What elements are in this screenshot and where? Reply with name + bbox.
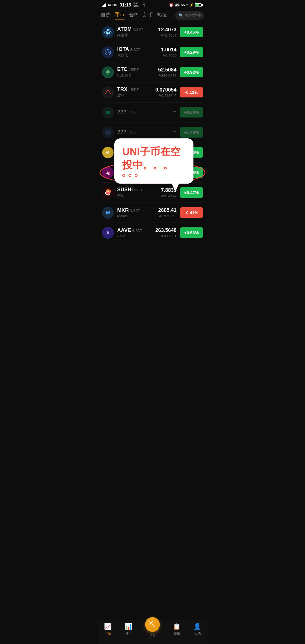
coin-info-aave: AAVE /USDT Aave [117, 227, 152, 238]
svg-point-5 [107, 49, 108, 51]
coin-cn-etc: 以太经典 [117, 73, 155, 78]
time-display: 01:15 [119, 3, 131, 8]
change-badge-hidden2: +1.40% [180, 127, 203, 138]
coin-price-mkr: 2665.41 ¥17058.62 [158, 207, 177, 218]
search-placeholder: 搜索币种 [185, 13, 201, 18]
tab-bimarket[interactable]: 币市 [115, 11, 125, 19]
coin-price-hidden1: ··· [172, 109, 177, 116]
svg-text:Ð: Ð [106, 150, 110, 155]
signal-bars [102, 3, 106, 7]
coin-cn-atom: 阿童木 [117, 33, 155, 38]
bottom-nav-market[interactable]: 📈 行情 [104, 623, 112, 638]
coin-symbol-mkr: MKR [117, 207, 129, 213]
change-badge-hidden1: +0.63% [180, 107, 203, 118]
svg-line-9 [108, 51, 110, 53]
coin-row-trx[interactable]: TRX /USDT 波场 0.070054 ¥0.448346 -0.12% [102, 82, 203, 103]
coin-info-iota: IOTA /USDT 埃欧塔 [117, 46, 158, 58]
coin-price-aave: 263.5648 ¥1686.81 [155, 227, 177, 238]
coin-icon-iota [102, 46, 114, 58]
coin-cn-aave: Aave [117, 234, 152, 238]
coin-symbol-hidden1: ??? [117, 109, 127, 115]
battery-percent: 65% [181, 3, 188, 7]
svg-line-8 [106, 51, 108, 53]
coin-symbol-aave: AAVE [117, 227, 131, 233]
tab-zixuan[interactable]: 自选 [101, 12, 110, 19]
svg-point-18 [105, 130, 111, 135]
market-label: 行情 [104, 631, 111, 636]
coin-pair-trx: /USDT [128, 88, 139, 92]
coin-cn-iota: 埃欧塔 [117, 53, 158, 58]
change-badge-etc: +0.92% [180, 67, 203, 77]
network-badge: 4G [175, 3, 180, 7]
tab-contract[interactable]: 合约 [129, 12, 139, 19]
change-badge-trx: -0.12% [180, 87, 203, 97]
me-label: 我的 [194, 631, 201, 636]
coin-icon-hidden1 [102, 106, 114, 118]
coin-row-hidden1[interactable]: ??? /USDT ··· +0.63% [102, 103, 203, 123]
coin-symbol-iota: IOTA [117, 46, 129, 52]
coin-cn-trx: 波场 [117, 93, 152, 98]
mining-label: 挖矿 [149, 634, 156, 638]
svg-point-3 [107, 31, 109, 33]
market-icon: 📈 [104, 623, 112, 630]
coin-row-sushi[interactable]: 🍣 SUSHI /USDT 寿司 7.8835 ¥50.4544 +0.47% [102, 183, 203, 203]
rank-label: 排行 [125, 631, 132, 636]
coin-icon-hidden2 [102, 127, 114, 138]
svg-point-6 [105, 53, 106, 54]
alarm-icon: ⏰ [169, 3, 173, 7]
coin-info-sushi: SUSHI /USDT 寿司 [117, 187, 158, 198]
coin-price-hidden2: ··· [172, 129, 177, 136]
speech-bubble: UNI子币在空投中。。。 [114, 138, 193, 184]
svg-rect-17 [106, 111, 110, 114]
coin-info-hidden1: ??? /USDT [117, 109, 169, 116]
bottom-nav: 📈 行情 📊 排行 ⛏ 挖矿 📋 资讯 👤 我的 [97, 620, 208, 644]
coin-price-trx: 0.070054 ¥0.448346 [155, 87, 177, 98]
coin-icon-uni: 🦄 [102, 167, 114, 179]
coin-pair-mkr: /USDT [130, 209, 140, 213]
coin-row-mkr[interactable]: M MKR /USDT Maker 2665.41 ¥17058.62 -0.4… [102, 203, 203, 223]
nav-tabs: 自选 币市 合约 新币 热搜 🔍 搜索币种 [97, 9, 208, 22]
bubble-tail [171, 183, 179, 192]
bottom-nav-mining[interactable]: ⛏ 挖矿 [145, 623, 160, 638]
coin-symbol-sushi: SUSHI [117, 187, 133, 193]
speed-display: 4.00 KB/s [133, 2, 139, 8]
bottom-nav-rank[interactable]: 📊 排行 [125, 623, 132, 638]
coin-icon-etc [102, 66, 114, 78]
tab-hotsearch[interactable]: 热搜 [157, 12, 167, 19]
svg-text:🍣: 🍣 [104, 189, 112, 196]
tab-newcoin[interactable]: 新币 [143, 12, 153, 19]
coin-row-etc[interactable]: ETC /USDT 以太经典 52.5084 ¥336.0538 +0.92% [102, 62, 203, 82]
svg-point-7 [110, 53, 111, 54]
search-box[interactable]: 🔍 搜索币种 [175, 11, 204, 20]
svg-text:M: M [106, 210, 110, 216]
coin-pair-iota: /USDT [130, 48, 140, 52]
status-right: ⏰ 4G 65% ⚡ [169, 3, 203, 7]
network-type: 4GHD [108, 3, 117, 7]
bottom-nav-me[interactable]: 👤 我的 [193, 623, 201, 638]
coin-pair-aave: /USDT [132, 229, 142, 233]
coin-info-etc: ETC /USDT 以太经典 [117, 66, 155, 78]
battery-icon [195, 3, 203, 7]
coin-row-atom[interactable]: ATOM /USDT 阿童木 12.4073 ¥79.4067 +0.45% [102, 22, 203, 42]
coin-icon-trx [102, 86, 114, 98]
me-icon: 👤 [193, 623, 201, 630]
svg-text:🦄: 🦄 [106, 171, 111, 175]
coin-row-iota[interactable]: IOTA /USDT 埃欧塔 1.0014 ¥6.4090 +0.29% [102, 42, 203, 62]
speech-bubble-container: UNI子币在空投中。。。 [114, 138, 193, 184]
bottom-nav-news[interactable]: 📋 资讯 [173, 623, 180, 638]
search-icon: 🔍 [178, 13, 183, 18]
coin-row-aave[interactable]: A AAVE /USDT Aave 263.5648 ¥1686.81 +0.5… [102, 223, 203, 243]
change-badge-atom: +0.45% [180, 27, 203, 37]
coin-price-iota: 1.0014 ¥6.4090 [161, 47, 177, 58]
coin-symbol-trx: TRX [117, 86, 127, 92]
coin-icon-atom [102, 26, 114, 38]
coin-info-hidden2: ??? /USDT [117, 129, 169, 136]
lightning-icon: ⚡ [189, 3, 194, 7]
news-icon: 📋 [173, 623, 180, 630]
coin-price-atom: 12.4073 ¥79.4067 [158, 27, 177, 38]
change-badge-aave: +0.53% [180, 227, 203, 238]
coin-info-trx: TRX /USDT 波场 [117, 86, 152, 98]
coin-info-mkr: MKR /USDT Maker [117, 207, 155, 218]
status-bar: 4GHD 01:15 4.00 KB/s 📱 ⏰ 4G 65% ⚡ [97, 0, 208, 9]
coin-icon-aave: A [102, 227, 114, 239]
